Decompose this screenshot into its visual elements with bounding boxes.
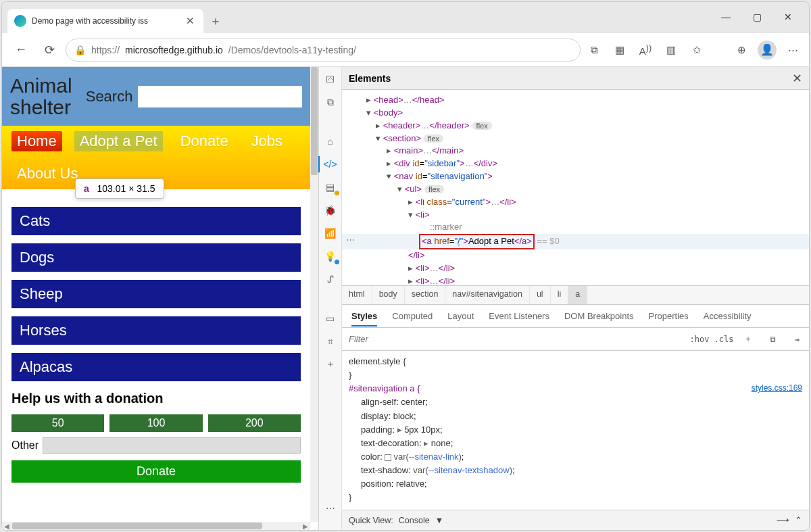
search-input[interactable] [138,86,302,107]
panel-title: Elements [349,73,391,84]
qr-icon[interactable]: ▦ [610,44,629,56]
chevron-up-icon[interactable]: ⌃ [795,515,802,525]
security-icon[interactable]: ⌗ [324,335,337,348]
quickview-run-icon[interactable]: ⟶ [777,515,789,525]
browser-tab[interactable]: Demo page with accessibility iss ✕ [7,9,203,33]
tab-dom-breakpoints[interactable]: DOM Breakpoints [564,311,634,321]
dom-breadcrumbs[interactable]: html body section nav#sitenavigation ul … [342,286,809,305]
close-tab-icon[interactable]: ✕ [183,15,197,27]
crumb-li[interactable]: li [551,286,569,304]
site-header: Animalshelter Search [2,67,310,126]
quickview-label: Quick View: [349,516,393,525]
hov-toggle[interactable]: :hov [687,335,712,344]
crumb-section[interactable]: section [405,286,446,304]
performance-icon[interactable]: 💡 [324,249,337,263]
nav-jobs[interactable]: Jobs [246,131,288,151]
donate-100[interactable]: 100 [109,414,202,432]
crumb-html[interactable]: html [342,286,372,304]
quick-view-bar[interactable]: Quick View: Console ▼ ⟶ ⌃ [342,510,809,530]
crumb-nav[interactable]: nav#sitenavigation [445,286,530,304]
minimize-button[interactable]: — [710,6,741,28]
category-list: Cats Dogs Sheep Horses Alpacas [2,189,310,388]
url-prefix: https:// [91,45,120,55]
donate-50[interactable]: 50 [11,414,104,432]
source-link[interactable]: styles.css:169 [752,382,802,395]
application-icon[interactable]: ▭ [324,312,337,325]
sources-icon[interactable]: 🐞 [324,203,337,217]
elements-icon[interactable]: </> [324,158,337,171]
nav-adopt[interactable]: Adopt a Pet [74,131,163,151]
window-controls: — ▢ ✕ [710,6,804,28]
styles-body[interactable]: element.style { } styles.css:169 #sitena… [342,351,809,510]
add-tool-icon[interactable]: ＋ [324,358,337,371]
tab-accessibility[interactable]: Accessibility [704,311,752,321]
new-tab-button[interactable]: ＋ [203,9,228,33]
tooltip-dims: 103.01 × 31.5 [97,183,155,194]
console-icon[interactable]: ▤ [324,180,337,194]
favorites-icon[interactable]: ✩ [687,44,706,56]
nav-home[interactable]: Home [11,131,62,151]
site-title: Animalshelter [10,75,72,118]
crumb-a[interactable]: a [568,286,587,304]
styles-filter-input[interactable] [342,334,687,344]
page-vscrollbar[interactable] [310,67,318,522]
cat-dogs[interactable]: Dogs [11,243,301,272]
maximize-button[interactable]: ▢ [741,6,772,28]
demo-page: Animalshelter Search Home Adopt a Pet Do… [2,67,310,492]
refresh-button[interactable]: ⟳ [37,38,62,62]
devtools-main: Elements ✕ ▸ <head>…</head> ▾ <body> ▸ <… [342,67,809,530]
titlebar: Demo page with accessibility iss ✕ ＋ — ▢… [2,2,809,33]
quickview-value[interactable]: Console [399,516,430,525]
other-input[interactable] [43,437,301,454]
nav-donate[interactable]: Donate [175,131,234,151]
crumb-ul[interactable]: ul [530,286,551,304]
device-icon[interactable]: ⧉ [324,95,337,109]
cat-horses[interactable]: Horses [11,316,301,345]
page-pane: Animalshelter Search Home Adopt a Pet Do… [2,67,318,530]
search-label: Search [86,88,133,105]
devtools-more-icon[interactable]: ⋯ [324,502,337,515]
other-label: Other [11,439,39,452]
memory-icon[interactable]: ᔑ [324,272,337,286]
responsive-icon[interactable]: ⧉ [585,44,604,56]
read-aloud-icon[interactable]: A)) [636,43,655,57]
toggle-side-icon[interactable]: ⇥ [785,335,809,344]
dom-tree[interactable]: ▸ <head>…</head> ▾ <body> ▸ <header>…</h… [342,90,809,286]
toolbar: ← ⟳ 🔒 https://microsoftedge.github.io/De… [2,33,809,67]
selected-dom-row[interactable]: ⋯ <a href="/">Adopt a Pet</a> == $0 [342,234,809,249]
back-button[interactable]: ← [9,38,33,62]
cls-toggle[interactable]: .cls [712,335,736,344]
chevron-down-icon[interactable]: ▼ [435,516,443,525]
devtools: ⮹ ⧉ ⌂ </> ▤ 🐞 📶 💡 ᔑ ▭ ⌗ ＋ ⋯ Ele [318,67,809,530]
tooltip-tag: a [84,183,89,194]
tab-listeners[interactable]: Event Listeners [489,311,549,321]
tab-layout[interactable]: Layout [447,311,474,321]
donate-button[interactable]: Donate [11,460,301,483]
cat-alpacas[interactable]: Alpacas [11,353,301,381]
welcome-icon[interactable]: ⌂ [324,135,337,148]
tab-properties[interactable]: Properties [649,311,689,321]
toggle-panel-icon[interactable]: ⧉ [760,335,785,344]
tab-styles[interactable]: Styles [351,311,377,321]
network-icon[interactable]: 📶 [324,226,337,240]
devtools-close-icon[interactable]: ✕ [792,71,802,86]
styles-tabs: Styles Computed Layout Event Listeners D… [342,305,809,328]
cat-sheep[interactable]: Sheep [11,280,301,308]
tab-computed[interactable]: Computed [392,311,433,321]
cat-cats[interactable]: Cats [11,207,301,235]
tab-title: Demo page with accessibility iss [32,16,183,26]
nav-about[interactable]: About Us [11,164,84,184]
collections-icon[interactable]: ⊕ [732,44,751,56]
profile-button[interactable]: 👤 [758,41,777,59]
inspect-icon[interactable]: ⮹ [324,72,337,86]
close-window-button[interactable]: ✕ [772,6,804,28]
devtools-header: Elements ✕ [342,67,809,90]
donate-200[interactable]: 200 [208,414,301,432]
donation-heading: Help us with a donation [11,391,301,406]
page-hscrollbar[interactable]: ◀▶ [2,522,310,530]
more-icon[interactable]: ⋯ [783,44,802,56]
new-rule-button[interactable]: ＋ [736,333,760,345]
crumb-body[interactable]: body [372,286,405,304]
address-bar[interactable]: 🔒 https://microsoftedge.github.io/Demos/… [66,39,581,62]
reader-icon[interactable]: ▥ [662,44,681,56]
